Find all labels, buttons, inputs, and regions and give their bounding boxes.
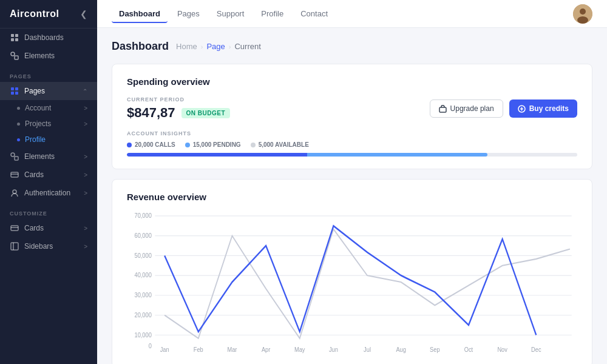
svg-point-10 bbox=[11, 153, 15, 157]
breadcrumb-page[interactable]: Page bbox=[206, 42, 225, 51]
sidebar-item-elements-label: Elements bbox=[24, 52, 87, 60]
svg-text:May: May bbox=[294, 346, 305, 353]
upgrade-plan-button[interactable]: Upgrade plan bbox=[430, 99, 503, 118]
topnav-link-contact[interactable]: Contact bbox=[293, 4, 335, 23]
sidebar-item-sidebars[interactable]: Sidebars > bbox=[0, 237, 97, 255]
svg-text:60,000: 60,000 bbox=[134, 232, 152, 239]
topnav-link-support[interactable]: Support bbox=[209, 4, 252, 23]
sidebar-item-cards2[interactable]: Cards > bbox=[0, 219, 97, 237]
svg-text:Jan: Jan bbox=[160, 346, 169, 353]
sidebar-item-cards-label: Cards bbox=[24, 170, 84, 179]
sidebar-subitem-projects[interactable]: Projects > bbox=[0, 116, 97, 132]
svg-rect-2 bbox=[11, 38, 14, 41]
svg-rect-12 bbox=[11, 172, 18, 177]
breadcrumb-sep1: › bbox=[201, 43, 203, 50]
cards2-chevron-icon: > bbox=[84, 225, 87, 232]
insight-pending: 15,000 PENDING bbox=[185, 141, 241, 148]
calls-label: 20,000 CALLS bbox=[135, 141, 175, 148]
svg-text:Dec: Dec bbox=[531, 346, 541, 353]
svg-rect-9 bbox=[15, 92, 18, 95]
svg-text:Mar: Mar bbox=[227, 346, 237, 353]
auth-chevron-icon: > bbox=[84, 190, 87, 197]
svg-rect-22 bbox=[439, 107, 446, 112]
available-dot-icon bbox=[251, 143, 256, 147]
topnav-link-dashboard[interactable]: Dashboard bbox=[112, 4, 168, 23]
sidebar-item-dashboards[interactable]: Dashboards bbox=[0, 29, 97, 47]
svg-text:Aug: Aug bbox=[396, 346, 405, 353]
sidebar-item-elements2[interactable]: Elements > bbox=[0, 147, 97, 166]
auth-icon bbox=[10, 188, 19, 198]
budget-badge: ON BUDGET bbox=[181, 108, 231, 118]
content-area: Dashboard Home › Page › Current Spending… bbox=[97, 28, 607, 364]
upgrade-plan-label: Upgrade plan bbox=[450, 104, 494, 113]
svg-rect-6 bbox=[11, 87, 14, 90]
period-label: CURRENT PERIOD bbox=[127, 96, 230, 103]
sidebar-subitem-profile[interactable]: Profile bbox=[0, 132, 97, 147]
svg-text:Apr: Apr bbox=[262, 346, 271, 353]
insights-label: ACCOUNT INSIGHTS bbox=[127, 130, 577, 136]
svg-text:0: 0 bbox=[149, 342, 152, 349]
svg-text:Oct: Oct bbox=[464, 346, 473, 353]
svg-text:30,000: 30,000 bbox=[134, 291, 152, 298]
svg-point-14 bbox=[13, 190, 16, 194]
spending-row: CURRENT PERIOD $847,87 ON BUDGET Upgrade… bbox=[127, 96, 577, 121]
buy-credits-label: Buy credits bbox=[529, 104, 569, 113]
elements-icon bbox=[10, 51, 19, 61]
credits-icon bbox=[518, 105, 526, 113]
collapse-icon[interactable]: ❮ bbox=[80, 9, 87, 19]
sidebar-subitem-account-label: Account bbox=[25, 104, 84, 112]
sidebar-item-pages[interactable]: Pages ⌃ bbox=[0, 82, 97, 100]
topnav-link-profile[interactable]: Profile bbox=[254, 4, 291, 23]
svg-text:10,000: 10,000 bbox=[134, 331, 152, 339]
svg-rect-3 bbox=[15, 38, 18, 41]
buy-credits-button[interactable]: Buy credits bbox=[509, 99, 577, 118]
breadcrumb-home[interactable]: Home bbox=[176, 42, 197, 51]
svg-rect-1 bbox=[15, 34, 18, 37]
svg-rect-7 bbox=[15, 87, 18, 90]
available-label: 5,000 AVAILABLE bbox=[259, 141, 309, 148]
projects-chevron-icon: > bbox=[84, 121, 87, 127]
sidebar-item-authentication[interactable]: Authentication > bbox=[0, 184, 97, 202]
sidebar-item-authentication-label: Authentication bbox=[24, 189, 84, 197]
svg-text:Jun: Jun bbox=[329, 346, 338, 353]
upgrade-icon bbox=[439, 105, 447, 113]
sidebar-logo: Aircontrol ❮ bbox=[0, 0, 97, 29]
svg-point-4 bbox=[11, 52, 15, 56]
sidebar-section-pages-label: PAGES bbox=[0, 65, 97, 82]
sidebar-section-customize: CUSTOMIZE Cards > Sidebars > bbox=[0, 202, 97, 255]
svg-text:40,000: 40,000 bbox=[134, 272, 152, 279]
sidebar-item-elements[interactable]: Elements bbox=[0, 47, 97, 65]
topnav-link-pages[interactable]: Pages bbox=[170, 4, 207, 23]
projects-dot bbox=[17, 123, 20, 126]
sidebar-item-pages-label: Pages bbox=[24, 87, 83, 95]
revenue-chart-svg: 70,000 60,000 50,000 40,000 30,000 20,00… bbox=[127, 209, 577, 355]
user-avatar[interactable] bbox=[573, 4, 592, 24]
sidebar-item-cards[interactable]: Cards > bbox=[0, 166, 97, 184]
spending-amount: $847,87 ON BUDGET bbox=[127, 105, 230, 121]
insights-dots: 20,000 CALLS 15,000 PENDING 5,000 AVAILA… bbox=[127, 141, 577, 148]
spending-value: $847,87 bbox=[127, 105, 175, 121]
spending-overview-card: Spending overview CURRENT PERIOD $847,87… bbox=[112, 64, 592, 169]
breadcrumb-current: Current bbox=[234, 42, 260, 51]
topnav-links: Dashboard Pages Support Profile Contact bbox=[112, 4, 573, 23]
sidebar-subitem-account[interactable]: Account > bbox=[0, 100, 97, 116]
svg-text:Nov: Nov bbox=[497, 346, 507, 353]
pending-dot-icon bbox=[185, 143, 190, 147]
sidebar-section-customize-label: CUSTOMIZE bbox=[0, 202, 97, 219]
revenue-title: Revenue overview bbox=[127, 192, 577, 202]
account-dot bbox=[17, 107, 20, 110]
main-content: Dashboard Pages Support Profile Contact … bbox=[97, 0, 607, 364]
spending-left: CURRENT PERIOD $847,87 ON BUDGET bbox=[127, 96, 230, 121]
svg-text:Feb: Feb bbox=[194, 346, 203, 353]
sidebar-subitem-profile-label: Profile bbox=[25, 135, 87, 144]
sidebar-item-cards2-label: Cards bbox=[24, 224, 84, 232]
sidebar-section-pages: PAGES Pages ⌃ Account > Projects > bbox=[0, 65, 97, 202]
calls-dot-icon bbox=[127, 143, 132, 147]
sidebar-subitem-projects-label: Projects bbox=[25, 120, 84, 128]
elements2-icon bbox=[10, 152, 19, 161]
svg-text:Sep: Sep bbox=[430, 346, 440, 353]
cards2-icon bbox=[10, 223, 19, 233]
svg-text:70,000: 70,000 bbox=[134, 212, 152, 219]
insight-calls: 20,000 CALLS bbox=[127, 141, 175, 148]
breadcrumb: Home › Page › Current bbox=[176, 42, 261, 51]
